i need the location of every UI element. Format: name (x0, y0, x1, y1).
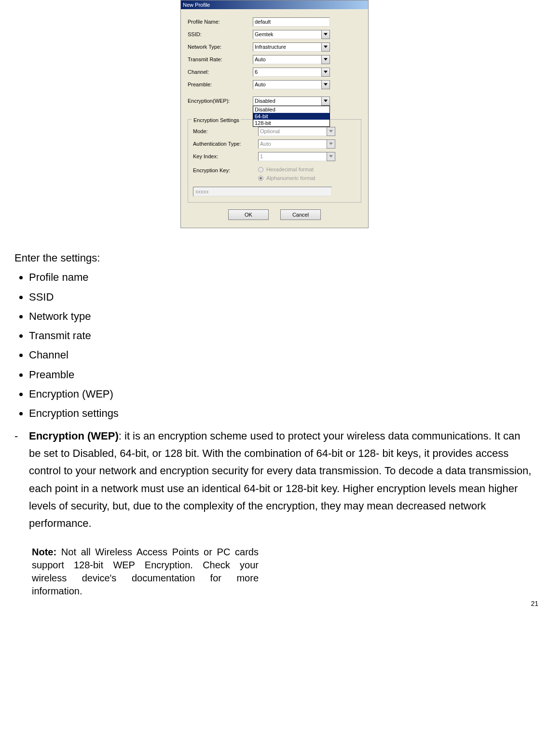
ok-button[interactable]: OK (228, 209, 269, 220)
list-item: Encryption (WEP) (29, 385, 535, 403)
list-item: SSID (29, 289, 535, 306)
list-item: Network type (29, 308, 535, 325)
encryption-key-format-group: Hexadecimal format Alphanumeric format (258, 166, 316, 182)
chevron-down-icon (324, 45, 328, 48)
key-index-label: Key Index: (193, 152, 258, 161)
document-body: Enter the settings: Profile name SSID Ne… (14, 249, 535, 598)
profile-name-value: default (255, 17, 271, 26)
mode-value: Optional (260, 127, 280, 136)
list-item: Profile name (29, 269, 535, 286)
list-item: Preamble (29, 366, 535, 384)
new-profile-dialog: New Profile Profile Name: default SSID: … (180, 0, 369, 228)
list-item: Transmit rate (29, 327, 535, 344)
transmit-rate-label: Transmit Rate: (188, 55, 253, 64)
auth-type-value: Auto (260, 139, 271, 148)
profile-name-label: Profile Name: (188, 17, 253, 26)
key-index-dropdown-button (327, 152, 335, 161)
encryption-dropdown-list[interactable]: Disabled 64-bit 128-bit (253, 106, 330, 127)
auth-type-label: Authentication Type: (193, 139, 258, 148)
transmit-rate-value: Auto (255, 55, 266, 64)
chevron-down-icon (324, 99, 328, 102)
key-index-value: 1 (260, 152, 263, 161)
network-type-value: Infrastructure (255, 42, 286, 51)
list-item: Channel (29, 346, 535, 364)
encryption-settings-legend: Encryption Settings (192, 116, 241, 124)
ssid-value: Gemtek (255, 30, 274, 39)
encryption-option-128bit[interactable]: 128-bit (253, 120, 329, 126)
transmit-rate-dropdown-button[interactable] (321, 55, 330, 64)
mode-label: Mode: (193, 127, 258, 136)
cancel-button-label: Cancel (292, 210, 309, 219)
alpha-radio: Alphanumeric format (258, 175, 316, 182)
encryption-settings-fieldset: Encryption Settings Mode: Optional Authe… (188, 119, 361, 203)
note-body: Not all Wireless Access Points or PC car… (32, 547, 259, 596)
mode-dropdown-button (327, 127, 335, 136)
encryption-option-64bit[interactable]: 64-bit (253, 113, 329, 120)
page-number: 21 (531, 598, 538, 609)
ssid-label: SSID: (188, 30, 253, 39)
encryption-dropdown-button[interactable] (321, 96, 330, 106)
auth-type-combo: Auto (258, 139, 335, 149)
radio-icon (258, 167, 263, 172)
encryption-value: Disabled (255, 96, 275, 105)
preamble-label: Preamble: (188, 80, 253, 89)
radio-icon (258, 176, 263, 181)
wep-body: : it is an encryption scheme used to pro… (29, 430, 531, 529)
chevron-down-icon (329, 130, 333, 133)
profile-name-input[interactable]: default (253, 17, 330, 27)
network-type-combo[interactable]: Infrastructure (253, 42, 330, 52)
channel-label: Channel: (188, 68, 253, 76)
wep-title: Encryption (WEP) (29, 430, 119, 442)
encryption-key-label: Encryption Key: (193, 166, 258, 175)
note-label: Note: (32, 547, 56, 557)
chevron-down-icon (329, 155, 333, 158)
chevron-down-icon (324, 83, 328, 86)
encryption-key-input: xxxxx (193, 187, 332, 196)
intro-text: Enter the settings: (14, 249, 535, 267)
hex-radio-label: Hexadecimal format (266, 165, 314, 174)
alpha-radio-label: Alphanumeric format (266, 174, 316, 182)
chevron-down-icon (324, 33, 328, 36)
channel-value: 6 (255, 68, 258, 76)
preamble-value: Auto (255, 80, 266, 89)
ok-button-label: OK (245, 210, 252, 219)
network-type-label: Network Type: (188, 42, 253, 51)
encryption-option-disabled[interactable]: Disabled (253, 106, 329, 113)
transmit-rate-combo[interactable]: Auto (253, 55, 330, 64)
preamble-combo[interactable]: Auto (253, 80, 330, 89)
auth-dropdown-button (327, 139, 335, 149)
mode-combo: Optional (258, 127, 335, 136)
chevron-down-icon (329, 142, 333, 145)
encryption-key-value: xxxxx (195, 187, 209, 196)
encryption-label: Encryption(WEP): (188, 96, 253, 105)
encryption-wep-combo[interactable]: Disabled (253, 96, 330, 106)
list-item: Encryption settings (29, 405, 535, 422)
chevron-down-icon (324, 70, 328, 73)
preamble-dropdown-button[interactable] (321, 80, 330, 89)
channel-combo[interactable]: 6 (253, 68, 330, 77)
channel-dropdown-button[interactable] (321, 68, 330, 77)
key-index-combo: 1 (258, 152, 335, 161)
cancel-button[interactable]: Cancel (280, 209, 321, 220)
ssid-dropdown-button[interactable] (321, 30, 330, 39)
chevron-down-icon (324, 58, 328, 61)
settings-bullet-list: Profile name SSID Network type Transmit … (14, 269, 535, 422)
hex-radio: Hexadecimal format (258, 166, 316, 173)
wep-paragraph: Encryption (WEP): it is an encryption sc… (14, 427, 535, 533)
dialog-titlebar[interactable]: New Profile (181, 0, 368, 9)
dialog-title-text: New Profile (183, 0, 210, 9)
note-block: Note: Not all Wireless Access Points or … (32, 546, 259, 598)
network-type-dropdown-button[interactable] (321, 42, 330, 52)
ssid-combo[interactable]: Gemtek (253, 30, 330, 39)
